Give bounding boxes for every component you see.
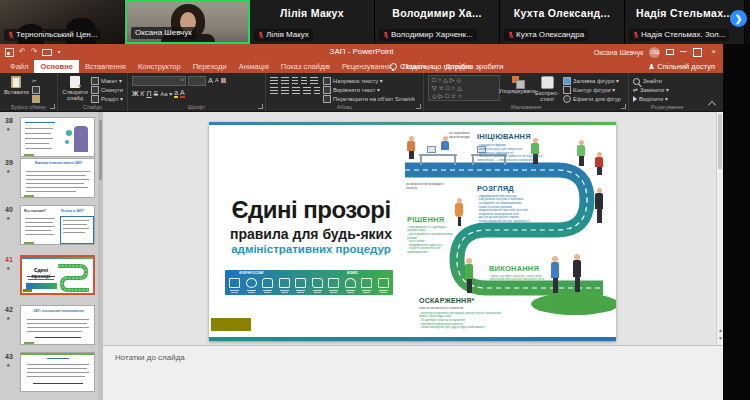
format-painter-icon [32, 95, 40, 103]
tab-slideshow[interactable]: Показ слайдів [275, 60, 336, 73]
tab-animations[interactable]: Анімація [233, 60, 275, 73]
chevron-right-icon: ❯ [735, 14, 743, 24]
slide-thumbnail-41-selected[interactable]: Єдині прозорі [20, 255, 95, 295]
grow-font-icon[interactable]: А [208, 77, 213, 85]
animation-star-icon: ★ [6, 265, 10, 271]
bullet-line: - представництво без нот. довіреності [477, 219, 545, 223]
justify-icon[interactable] [303, 87, 311, 94]
strikethrough-button[interactable]: S [154, 90, 159, 97]
person-woman-orange-dress [455, 198, 463, 226]
bullet-line: - заборона відмови в прийнятті за відсут… [477, 154, 543, 165]
numbering-icon[interactable] [281, 77, 289, 84]
replace-button[interactable]: ⇄Замінити ▾ [633, 86, 669, 94]
minimize-button[interactable] [680, 51, 687, 52]
share-button[interactable]: Спільний доступ [649, 60, 715, 73]
participant-tile[interactable]: Володимир Ха... Володимир Харченк... [375, 0, 500, 44]
shape-effects-icon [563, 95, 571, 103]
align-center-icon[interactable] [281, 87, 289, 94]
quick-styles-label: Експрес-стилі [534, 90, 560, 103]
previous-slide-icon[interactable]: ▲ [717, 328, 724, 333]
shape-effects-button[interactable]: Ефекти для фігур ▾ [563, 95, 621, 103]
account-avatar[interactable]: ОШ [649, 47, 660, 58]
layout-button[interactable]: Макет ▾ [91, 77, 123, 85]
group-label-editing: Редагування [629, 104, 705, 110]
slide-thumbnail-38[interactable] [20, 117, 95, 157]
person-green-shirt [465, 258, 473, 293]
dialog-launcher-icon[interactable] [416, 104, 421, 109]
copy-icon [32, 86, 40, 94]
shape-outline-button[interactable]: Контур фігури ▾ [563, 86, 621, 94]
next-participants-button[interactable]: ❯ [730, 10, 747, 27]
tab-insert[interactable]: Вставлення [79, 60, 132, 73]
screen: Тернопільський Цен... Оксана Шевчук Лілі… [0, 0, 750, 400]
font-name-input[interactable] [132, 76, 186, 86]
ribbon-home: Вставити ✂ Буфер обміну Створити слайд М… [0, 73, 723, 112]
group-label-paragraph: Абзац [266, 104, 423, 110]
ribbon-display-options-icon[interactable] [666, 49, 674, 55]
italic-button[interactable]: К [140, 90, 144, 97]
collapse-ribbon-icon[interactable] [708, 101, 716, 109]
shape-fill-button[interactable]: Заливка фігури ▾ [563, 77, 621, 85]
reset-icon [91, 86, 99, 94]
increase-indent-icon[interactable] [301, 77, 307, 84]
lightbulb-icon [390, 63, 397, 70]
underline-button[interactable]: П [146, 90, 151, 97]
slide-thumbnail-40[interactable]: Як є сьогодні? Як буде в ЗАП? [20, 205, 95, 245]
line-spacing-icon[interactable] [310, 77, 318, 84]
bold-button[interactable]: Ж [132, 90, 138, 97]
powerpoint-titlebar[interactable]: ↶ ↷ ▾ ЗАП - PowerPoint Оксана Шевчук ОШ … [0, 44, 723, 60]
current-slide[interactable]: Єдині прозорі правила для будь-яких адмі… [209, 122, 616, 341]
align-text-button[interactable]: Вирівняти текст ▾ [323, 86, 415, 94]
shapes-gallery[interactable]: □○△▷◇ ▽☆□○△ ◇▷□☆○ [428, 75, 500, 101]
participant-tile[interactable]: Лілія Макух Лілія Макух [250, 0, 375, 44]
text-direction-button[interactable]: Напрямок тексту ▾ [323, 77, 415, 85]
participant-tile-active-speaker[interactable]: Оксана Шевчук [125, 0, 250, 44]
maximize-button[interactable] [693, 48, 702, 57]
account-name[interactable]: Оксана Шевчук [594, 49, 644, 56]
dialog-launcher-icon[interactable] [50, 104, 55, 109]
slide-thumbnail-39[interactable]: Важливо (ключові новели ЗАП) [20, 158, 95, 198]
shrink-font-icon[interactable]: А [215, 78, 219, 84]
layout-icon [91, 77, 99, 85]
copy-button[interactable] [32, 86, 40, 94]
participant-tile-video[interactable]: Тернопільський Цен... [0, 0, 125, 44]
next-slide-icon[interactable]: ▼ [717, 336, 724, 341]
tell-me-search[interactable]: Скажіть, що потрібно зробити [390, 60, 504, 73]
close-button[interactable]: × [708, 48, 719, 56]
columns-icon[interactable] [314, 87, 320, 94]
tab-home[interactable]: Основне [34, 60, 78, 73]
smartart-icon [323, 95, 331, 103]
new-slide-label: Створити слайд [62, 89, 88, 102]
tab-design[interactable]: Конструктор [132, 60, 187, 73]
font-color-button[interactable]: А [180, 89, 185, 98]
bullets-icon[interactable] [270, 77, 278, 84]
highlight-color-button[interactable]: а [174, 89, 178, 98]
reset-button[interactable]: Скинути [91, 86, 123, 94]
select-button[interactable]: Виділити ▾ [633, 95, 669, 103]
section-button[interactable]: Розділ ▾ [91, 95, 123, 103]
change-case-button[interactable]: Aa ▾ [160, 91, 172, 97]
participant-tile[interactable]: Надія Стельмах... Надія Стельмах. Зол... [625, 0, 745, 44]
desk-leg [454, 155, 456, 165]
align-left-icon[interactable] [270, 87, 278, 94]
slide-thumbnail-43[interactable] [20, 352, 95, 392]
decrease-indent-icon[interactable] [292, 77, 298, 84]
format-painter-button[interactable] [32, 95, 40, 103]
dialog-launcher-icon[interactable] [258, 104, 263, 109]
tab-review[interactable]: Рецензування [336, 60, 397, 73]
tab-file[interactable]: Файл [4, 60, 34, 73]
convert-smartart-button[interactable]: Перетворити на об'єкт SmartArt ▾ [323, 95, 415, 103]
animation-star-icon: ★ [6, 362, 10, 368]
dialog-launcher-icon[interactable] [621, 104, 626, 109]
clear-formatting-icon[interactable] [221, 78, 226, 83]
scrollbar-thumb[interactable] [718, 114, 722, 169]
font-size-input[interactable] [188, 76, 206, 86]
notes-pane[interactable]: Нотатки до слайда [103, 345, 723, 400]
cut-button[interactable]: ✂ [32, 77, 40, 85]
participant-tile[interactable]: Кухта Олександ... Кухта Олександра [500, 0, 625, 44]
tab-transitions[interactable]: Переходи [187, 60, 233, 73]
slide-scrollbar[interactable]: ▲ ▼ [716, 112, 723, 345]
align-right-icon[interactable] [292, 87, 300, 94]
find-button[interactable]: Знайти [633, 77, 669, 85]
slide-thumbnail-42[interactable]: ЗАП і секторальне законодавство [20, 305, 95, 345]
